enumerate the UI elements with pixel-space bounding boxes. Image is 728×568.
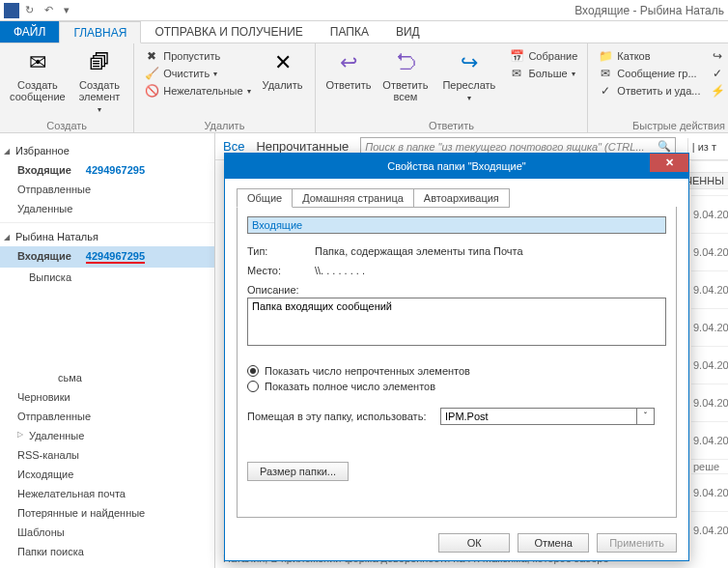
reply-del-icon: ✓	[598, 84, 613, 98]
sidebar-deleted[interactable]: Удаленные	[0, 199, 214, 218]
sidebar-outbox[interactable]: Исходящие	[0, 465, 214, 484]
dialog-title: Свойства папки "Входящие" ✕	[225, 154, 688, 179]
qat-sendrecv-icon[interactable]: ↻	[25, 4, 39, 17]
more-icon: ✉	[509, 67, 524, 80]
qat-undo-icon[interactable]: ↶	[44, 4, 58, 17]
delete-icon: ✕	[267, 48, 298, 77]
radio-unread[interactable]: Показать число непрочтенных элементов	[247, 365, 666, 377]
lightning-icon: ⚡	[710, 84, 725, 98]
post-using-value: IPM.Post	[441, 409, 636, 424]
ignore-button[interactable]: ✖Пропустить	[142, 48, 252, 64]
search-icon[interactable]: 🔍	[658, 140, 671, 153]
filter-all[interactable]: Все	[223, 139, 244, 154]
folder-name-input[interactable]	[247, 216, 666, 234]
sidebar-templates[interactable]: Шаблоны	[0, 523, 214, 542]
done-icon: ✓	[710, 67, 725, 80]
dialog-tabs: Общие Домашняя страница Автоархивация	[237, 188, 677, 208]
delete-button[interactable]: ✕ Удалить	[259, 46, 307, 93]
filter-unread[interactable]: Непрочитанные	[256, 139, 349, 154]
clean-button[interactable]: 🧹Очистить ▾	[142, 66, 252, 81]
ignore-icon: ✖	[144, 49, 159, 63]
clean-icon: 🧹	[144, 67, 159, 80]
sidebar-sent2[interactable]: Отправленные	[0, 407, 214, 426]
account-header[interactable]: ◢Рыбина Наталья	[0, 227, 214, 246]
titlebar: ↻ ↶ ▾ Входящие - Рыбина Наталь	[0, 0, 728, 21]
reply-all-icon: ⮌	[390, 48, 421, 77]
folder-properties-dialog: Свойства папки "Входящие" ✕ Общие Домашн…	[224, 153, 689, 561]
sidebar-deleted2[interactable]: ▷ Удаленные	[0, 426, 214, 445]
sidebar-drafts[interactable]: Черновики	[0, 387, 214, 407]
ok-button[interactable]: ОК	[438, 533, 510, 553]
search-placeholder: Поиск в папке "из текущего почтового ящи…	[365, 141, 644, 153]
dlg-tab-general[interactable]: Общие	[237, 188, 293, 208]
qat-dropdown-icon[interactable]: ▾	[64, 4, 77, 17]
tab-home[interactable]: ГЛАВНАЯ	[59, 21, 141, 43]
ribbon-tabs: ФАЙЛ ГЛАВНАЯ ОТПРАВКА И ПОЛУЧЕНИЕ ПАПКА …	[0, 21, 728, 43]
radio-icon	[247, 381, 259, 392]
mail-icon: ✉	[598, 67, 613, 80]
radio-total[interactable]: Показать полное число элементов	[247, 381, 666, 392]
group-quickactions: 📁Катков ✉Сообщение гр... ✓Ответить и уда…	[588, 43, 728, 132]
sidebar-junk[interactable]: Нежелательная почта	[0, 484, 214, 503]
sidebar-letters[interactable]: сьма	[0, 368, 214, 387]
description-input[interactable]	[247, 298, 666, 346]
app-icon	[4, 3, 19, 18]
tab-folder[interactable]: ПАПКА	[317, 21, 382, 43]
quick-ruk[interactable]: ↪Руков	[708, 48, 728, 64]
junk-icon: 🚫	[144, 84, 159, 98]
dialog-close-button[interactable]: ✕	[650, 154, 688, 172]
group-respond-label: Ответить	[323, 118, 580, 131]
forward-button[interactable]: ↪ Переслать ▾	[436, 46, 501, 105]
forward-icon: ↪	[454, 48, 485, 77]
move-icon: 📁	[598, 49, 613, 63]
chevron-down-icon: ˇ	[636, 409, 654, 424]
meeting-button[interactable]: 📅Собрание	[507, 48, 579, 64]
group-quick-label: Быстрые действия	[596, 118, 728, 131]
reply-icon: ↩	[333, 48, 364, 77]
quick-replydel[interactable]: ✓Ответить и уда...	[596, 83, 702, 99]
new-mail-icon: ✉	[22, 48, 53, 77]
group-create-label: Создать	[8, 118, 126, 131]
radio-icon	[247, 365, 259, 377]
group-respond: ↩ Ответить ⮌ Ответитьвсем ↪ Переслать ▾ …	[316, 43, 589, 132]
sidebar-lost[interactable]: Потерянные и найденные	[0, 503, 214, 523]
more-respond-button[interactable]: ✉Больше ▾	[507, 66, 579, 81]
quick-create[interactable]: ⚡Созда	[708, 83, 728, 99]
quick-team[interactable]: ✉Сообщение гр...	[596, 66, 702, 81]
search-scope[interactable]: | из т	[687, 138, 720, 156]
sidebar-rss[interactable]: RSS-каналы	[0, 445, 214, 465]
post-using-label: Помещая в эту папку, использовать:	[247, 411, 440, 422]
meeting-icon: 📅	[509, 49, 524, 63]
sidebar-search[interactable]: Папки поиска	[0, 542, 214, 561]
sidebar-sent[interactable]: Отправленные	[0, 180, 214, 199]
type-label: Тип:	[247, 245, 315, 257]
sidebar-inbox[interactable]: Входящие 4294967295	[0, 160, 214, 180]
type-value: Папка, содержащая элементы типа Почта	[315, 245, 523, 257]
ribbon: ✉ Создатьсообщение 🗊 Создатьэлемент ▾ Со…	[0, 43, 728, 133]
tab-sendrecv[interactable]: ОТПРАВКА И ПОЛУЧЕНИЕ	[141, 21, 316, 43]
cancel-button[interactable]: Отмена	[518, 533, 589, 553]
favorites-header[interactable]: ◢Избранное	[0, 141, 214, 160]
fwd-icon: ↪	[710, 49, 725, 63]
quick-done[interactable]: ✓Готов	[708, 66, 728, 81]
location-value: \\. . . . . . . .	[315, 265, 365, 276]
dlg-tab-autoarchive[interactable]: Автоархивация	[413, 188, 510, 208]
dlg-tab-homepage[interactable]: Домашняя страница	[292, 188, 414, 208]
reply-button[interactable]: ↩ Ответить	[323, 46, 375, 93]
tab-file[interactable]: ФАЙЛ	[0, 21, 59, 43]
close-icon: ✕	[665, 156, 674, 169]
sidebar-vypiska[interactable]: Выписка	[0, 268, 214, 287]
group-delete-label: Удалить	[142, 118, 306, 131]
folder-size-button[interactable]: Размер папки...	[247, 462, 349, 481]
junk-button[interactable]: 🚫Нежелательные ▾	[142, 83, 252, 99]
new-item-button[interactable]: 🗊 Создатьэлемент ▾	[73, 46, 126, 117]
apply-button[interactable]: Применить	[597, 533, 677, 553]
post-using-combo[interactable]: IPM.Post ˇ	[440, 408, 655, 425]
tab-view[interactable]: ВИД	[382, 21, 434, 43]
window-title: Входящие - Рыбина Наталь	[574, 4, 724, 17]
new-mail-button[interactable]: ✉ Создатьсообщение	[8, 46, 68, 104]
quick-katkov[interactable]: 📁Катков	[596, 48, 702, 64]
sidebar-inbox-acct[interactable]: Входящие 4294967295	[0, 246, 214, 268]
reply-all-button[interactable]: ⮌ Ответитьвсем	[379, 46, 431, 104]
dlg-tab-panel: Тип:Папка, содержащая элементы типа Почт…	[237, 207, 677, 518]
